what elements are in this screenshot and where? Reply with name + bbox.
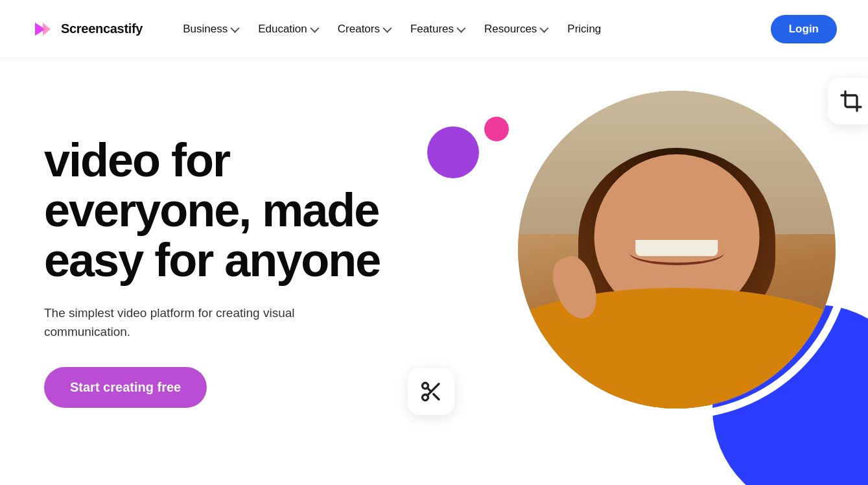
nav-label-education: Education [258, 23, 307, 36]
crop-icon-box [828, 78, 868, 124]
nav-label-pricing: Pricing [567, 23, 601, 36]
hero-section: video for everyone, made easy for anyone… [0, 58, 868, 485]
hero-headline: video for everyone, made easy for anyone [44, 136, 381, 285]
purple-dot-decoration [427, 126, 479, 178]
nav-item-pricing[interactable]: Pricing [558, 18, 610, 41]
nav-item-features[interactable]: Features [401, 18, 473, 41]
nav-label-resources: Resources [484, 23, 537, 36]
nav-item-resources[interactable]: Resources [475, 18, 556, 41]
smile-decoration [629, 240, 725, 265]
person-background [518, 91, 836, 408]
nav-item-business[interactable]: Business [174, 18, 246, 41]
nav-label-business: Business [183, 23, 228, 36]
logo-text: Screencastify [61, 21, 143, 36]
hero-visual [388, 58, 868, 485]
nav-item-creators[interactable]: Creators [329, 18, 399, 41]
chevron-down-icon [456, 23, 465, 32]
nav-item-education[interactable]: Education [249, 18, 326, 41]
scissors-icon [419, 380, 443, 403]
login-button[interactable]: Login [771, 15, 837, 43]
portrait-circle [518, 91, 836, 408]
crop-icon [839, 89, 863, 113]
chevron-down-icon [540, 23, 549, 32]
logo-link[interactable]: Screencastify [31, 18, 143, 41]
screencastify-logo-icon [31, 18, 54, 41]
start-creating-free-button[interactable]: Start creating free [44, 367, 207, 408]
chevron-down-icon [310, 23, 319, 32]
nav-links: Business Education Creators Features Res… [174, 18, 771, 41]
svg-line-4 [434, 394, 439, 399]
hero-left: video for everyone, made easy for anyone… [44, 136, 381, 408]
hero-subtext: The simplest video platform for creating… [44, 303, 316, 342]
nav-label-creators: Creators [338, 23, 380, 36]
chevron-down-icon [382, 23, 392, 32]
chevron-down-icon [231, 23, 240, 32]
nav-label-features: Features [410, 23, 454, 36]
svg-line-5 [427, 388, 431, 392]
scissors-icon-box [408, 368, 454, 415]
pink-dot-decoration [484, 117, 509, 141]
navigation: Screencastify Business Education Creator… [0, 0, 868, 58]
